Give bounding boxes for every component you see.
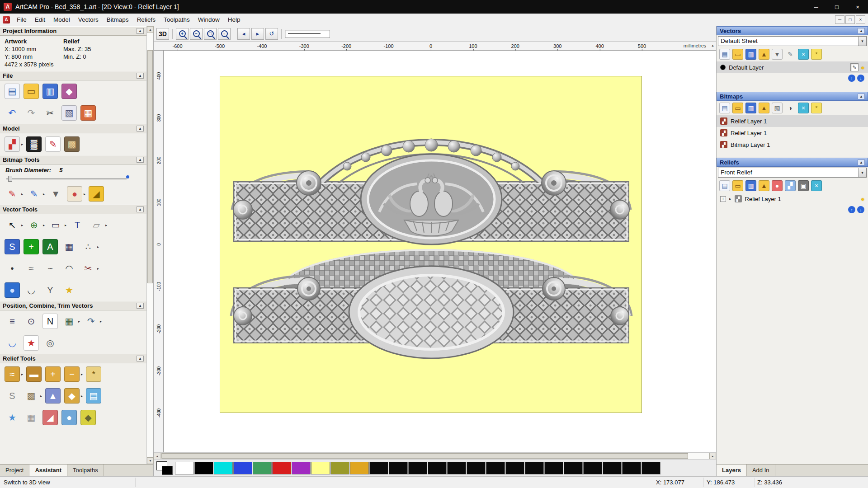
flyout-arrow-icon[interactable]: ▸ — [43, 223, 45, 227]
collapse-icon[interactable]: ▲ — [137, 206, 144, 212]
scroll-right-icon[interactable]: ▸ — [709, 453, 716, 460]
flyout-arrow-icon[interactable]: ▸ — [21, 192, 23, 196]
move-layer-down-icon[interactable]: ↓ — [857, 75, 864, 82]
vectors-header[interactable]: Vectors ▲ — [717, 26, 868, 35]
edit-vector-layer-icon[interactable]: ✎ — [785, 49, 796, 60]
combine-relief-icon[interactable]: ▣ — [798, 180, 809, 191]
collapse-icon[interactable]: ▲ — [858, 160, 865, 165]
create-rectangle-icon[interactable]: ▭ — [48, 217, 63, 233]
palette-swatch[interactable] — [428, 462, 447, 474]
dropdown-arrow-icon[interactable]: ▾ — [858, 37, 866, 46]
scroll-up-icon[interactable]: ▲ — [147, 26, 154, 33]
create-star-icon[interactable]: ★ — [61, 282, 77, 298]
expand-arrow-icon[interactable]: ▸ — [729, 197, 731, 201]
menu-file[interactable]: File — [13, 14, 31, 25]
menu-reliefs[interactable]: Reliefs — [133, 14, 160, 25]
palette-swatch[interactable] — [642, 462, 660, 474]
open-model-icon[interactable]: ▭ — [24, 84, 39, 99]
mdi-minimize-button[interactable]: ─ — [835, 15, 844, 24]
load-picture-icon[interactable]: ▩ — [64, 136, 80, 152]
flyout-arrow-icon[interactable]: ▸ — [21, 223, 23, 227]
create-text-icon[interactable]: T — [70, 217, 85, 233]
primary-secondary-colour-selector[interactable] — [156, 461, 173, 475]
palette-swatch[interactable] — [194, 462, 213, 474]
node-fitting-icon[interactable]: ∴ — [80, 239, 96, 254]
flyout-arrow-icon[interactable]: ▸ — [21, 372, 23, 376]
vector-grid-icon[interactable]: ▦ — [61, 239, 77, 254]
collapse-icon[interactable]: ▲ — [137, 28, 144, 34]
2d-view[interactable]: 4003002001000-100-200-300-400 — [154, 51, 716, 452]
scrollbar-track[interactable] — [160, 453, 709, 459]
vector-tools-header[interactable]: Vector Tools ▲ — [0, 205, 146, 214]
slider-handle[interactable] — [8, 176, 12, 182]
palette-swatch[interactable] — [292, 462, 311, 474]
rotate-copy-icon[interactable]: ↷ — [83, 314, 99, 329]
smooth-relief-icon[interactable]: ≈ — [5, 366, 20, 382]
minimize-button[interactable]: ─ — [806, 0, 826, 14]
center-in-page-icon[interactable]: ⊙ — [24, 314, 39, 329]
align-vectors-icon[interactable]: ≡ — [5, 314, 20, 329]
mirror-relief-icon[interactable]: ▞ — [785, 180, 796, 191]
palette-swatch[interactable] — [583, 462, 602, 474]
bitmap-layer-row[interactable]: ▞Relief Layer 1 — [717, 127, 868, 139]
new-vector-layer-icon[interactable]: * — [811, 49, 822, 60]
new-bitmap-layer-icon[interactable]: ▤ — [719, 103, 730, 113]
visibility-bulb-icon[interactable]: ● — [861, 64, 864, 71]
palette-swatch[interactable] — [525, 462, 544, 474]
relief-design-bottom[interactable] — [231, 250, 632, 358]
zoom-in-icon[interactable]: + — [176, 28, 189, 40]
tab-layers[interactable]: Layers — [717, 465, 747, 476]
edit-layer-icon[interactable]: ✎ — [850, 63, 859, 71]
new-vector-sheet-icon[interactable]: ▤ — [719, 49, 730, 60]
open-bitmap-layer-icon[interactable]: ▭ — [732, 103, 743, 113]
tab-assistant[interactable]: Assistant — [29, 465, 67, 476]
palette-swatch[interactable] — [253, 462, 272, 474]
palette-swatch[interactable] — [389, 462, 408, 474]
move-layer-down-icon[interactable]: ↓ — [857, 206, 864, 213]
mdi-restore-button[interactable]: □ — [845, 15, 855, 24]
palette-swatch[interactable] — [622, 462, 641, 474]
export-vector-icon[interactable]: ▼ — [772, 49, 783, 60]
flood-fill-icon[interactable]: ◢ — [89, 186, 104, 202]
measure-tool-icon[interactable]: ▱ — [89, 217, 104, 233]
menu-help[interactable]: Help — [224, 14, 245, 25]
zoom-objects-icon[interactable]: ▫ — [218, 28, 231, 40]
transform-vectors-icon[interactable]: ⊕ — [26, 217, 42, 233]
bitmap-layer-row[interactable]: ▞Relief Layer 1 — [717, 115, 868, 127]
delete-vector-layer-icon[interactable]: × — [798, 49, 809, 60]
smooth-relief-layer-icon[interactable]: ● — [772, 180, 783, 191]
trim-vectors-icon[interactable]: ✂ — [80, 261, 96, 276]
colour-picker-icon[interactable]: ▼ — [48, 186, 63, 202]
secondary-colour-icon[interactable] — [162, 466, 173, 475]
refresh-2d-view-icon[interactable]: ↺ — [265, 28, 278, 40]
vector-layer-row[interactable]: Default Layer ✎ ● — [717, 61, 868, 73]
open-vector-layer-icon[interactable]: ▭ — [732, 49, 743, 60]
reliefs-header[interactable]: Reliefs ▲ — [717, 158, 868, 167]
bitmaps-header[interactable]: Bitmaps ▲ — [717, 92, 868, 101]
flyout-arrow-icon[interactable]: ▸ — [21, 142, 23, 146]
menu-edit[interactable]: Edit — [31, 14, 49, 25]
palette-swatch[interactable] — [214, 462, 233, 474]
flyout-arrow-icon[interactable]: ▸ — [84, 192, 85, 196]
palette-swatch[interactable] — [486, 462, 505, 474]
draw-icon[interactable]: ✎ — [26, 186, 42, 202]
palette-swatch[interactable] — [447, 462, 466, 474]
new-bitmap-icon[interactable]: * — [811, 103, 822, 113]
delete-bitmap-layer-icon[interactable]: × — [798, 103, 809, 113]
brush-diameter-slider[interactable] — [6, 175, 140, 182]
nesting-icon[interactable]: N — [42, 314, 58, 329]
add-relief-icon[interactable]: + — [45, 366, 61, 382]
invert-relief-icon[interactable]: S — [5, 388, 20, 404]
collapse-icon[interactable]: ▲ — [858, 94, 865, 99]
switch-3d-view-button[interactable]: 3D — [156, 28, 169, 40]
import-vector-icon[interactable]: ▲ — [759, 49, 769, 60]
paste-icon[interactable]: ▦ — [80, 105, 96, 121]
fan-relief-icon[interactable]: ◢ — [42, 410, 58, 425]
weld-vectors-icon[interactable]: ★ — [24, 335, 39, 351]
merge-bitmap-icon[interactable]: ▧ — [772, 103, 783, 113]
palette-swatch[interactable] — [505, 462, 524, 474]
bezier-curve-icon[interactable]: ~ — [42, 261, 58, 276]
create-polygon-icon[interactable]: + — [24, 239, 39, 254]
flyout-arrow-icon[interactable]: ▸ — [65, 223, 66, 227]
palette-swatch[interactable] — [350, 462, 369, 474]
